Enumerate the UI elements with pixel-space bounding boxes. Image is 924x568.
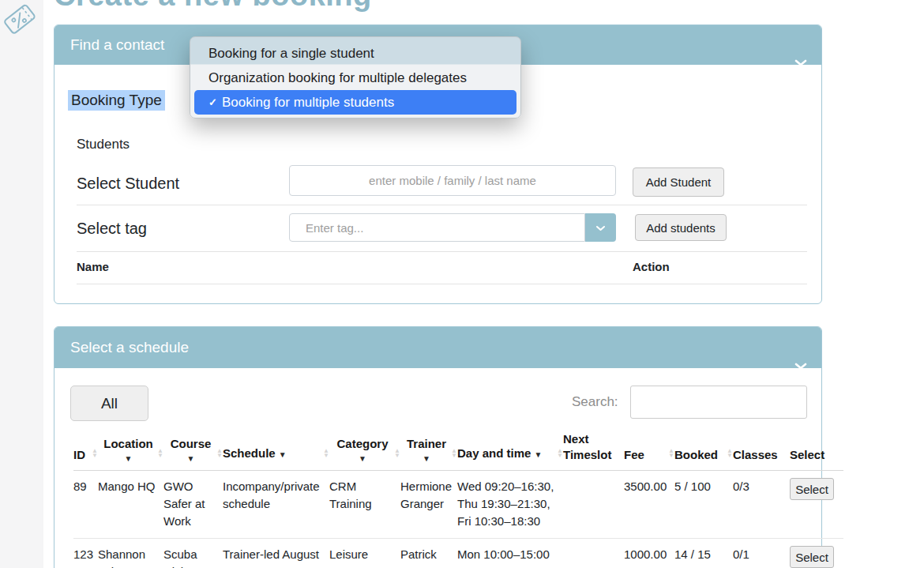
- schedule-table-header-row: ID ▲▼ Location ▼ ▲▼ Course ▼ ▲▼ Schedule…: [73, 431, 843, 471]
- find-contact-header-label: Find a contact: [70, 36, 164, 53]
- cell-classes: 0/1: [733, 539, 790, 568]
- dropdown-option-multiple-students-selected[interactable]: ✓ Booking for multiple students: [194, 90, 516, 115]
- discount-ticket-icon[interactable]: [2, 2, 42, 41]
- schedule-row: 123 Shannon Leisure Scuba Diving Trainer…: [73, 539, 843, 568]
- page-title: Create a new booking: [54, 0, 372, 13]
- col-header-course[interactable]: Course ▼ ▲▼: [163, 431, 223, 471]
- cell-booked: 5 / 100: [674, 471, 733, 539]
- sort-icon[interactable]: ▲▼: [216, 449, 223, 458]
- cell-day-and-time: Wed 09:20–16:30, Thu 19:30–21:30, Fri 10…: [457, 471, 563, 539]
- cell-next-timeslot: [563, 471, 624, 539]
- sort-icon[interactable]: ▲▼: [557, 449, 563, 458]
- col-header-schedule[interactable]: Schedule ▼ ▲▼: [223, 431, 329, 471]
- col-header-classes[interactable]: Classes: [733, 431, 790, 471]
- col-header-next-timeslot[interactable]: Next Timeslot: [563, 431, 624, 471]
- cell-day-and-time: Mon 10:00–15:00: [457, 539, 563, 568]
- sort-icon[interactable]: ▲▼: [157, 449, 163, 458]
- select-tag-label: Select tag: [77, 220, 147, 238]
- sort-icon[interactable]: ▲▼: [92, 449, 98, 458]
- filter-caret-icon[interactable]: ▼: [535, 450, 543, 459]
- all-filter-button[interactable]: All: [70, 386, 148, 421]
- schedule-table: ID ▲▼ Location ▼ ▲▼ Course ▼ ▲▼ Schedule…: [73, 431, 843, 568]
- chevron-down-icon[interactable]: [794, 344, 807, 386]
- cell-trainer: Patrick Star: [400, 539, 457, 568]
- chevron-down-icon: [595, 225, 606, 231]
- cell-id: 89: [73, 471, 98, 539]
- cell-next-timeslot: [563, 539, 624, 568]
- col-header-select: Select: [790, 431, 843, 471]
- sort-icon[interactable]: ▲▼: [394, 449, 400, 458]
- add-students-button[interactable]: Add students: [635, 214, 727, 241]
- cell-course: Scuba Diving: [163, 539, 223, 568]
- students-section-label: Students: [77, 137, 130, 152]
- cell-fee: 3500.00: [624, 471, 674, 539]
- divider: [77, 251, 807, 252]
- select-schedule-header[interactable]: Select a schedule: [54, 327, 821, 368]
- cell-fee: 1000.00: [624, 539, 674, 568]
- divider: [77, 205, 807, 205]
- cell-schedule: Incompany/private schedule: [223, 471, 329, 539]
- dropdown-option-label: Booking for multiple students: [222, 90, 394, 115]
- col-header-booked[interactable]: Booked ▲▼: [674, 431, 733, 471]
- sort-icon[interactable]: ▲▼: [451, 449, 457, 458]
- schedule-row: 89 Mango HQ GWO Safer at Work Incompany/…: [73, 471, 843, 539]
- select-schedule-header-label: Select a schedule: [70, 339, 189, 355]
- select-schedule-button[interactable]: Select: [790, 546, 834, 568]
- filter-caret-icon[interactable]: ▼: [163, 455, 218, 463]
- chevron-down-icon[interactable]: [794, 42, 807, 81]
- cell-category: Leisure: [329, 539, 400, 568]
- add-student-button[interactable]: Add Student: [633, 167, 724, 197]
- students-list-action-header: Action: [633, 260, 670, 273]
- cell-category: CRM Training: [329, 471, 400, 539]
- dropdown-option-organization[interactable]: Organization booking for multiple delega…: [190, 66, 520, 90]
- cell-schedule: Trainer-led August 2023: [223, 539, 329, 568]
- search-input[interactable]: [630, 386, 807, 419]
- left-sidebar: [0, 0, 43, 568]
- cell-trainer: Hermione Granger: [400, 471, 457, 539]
- tag-dropdown-button[interactable]: [585, 213, 616, 242]
- divider: [77, 284, 807, 284]
- col-header-id[interactable]: ID ▲▼: [73, 431, 98, 471]
- filter-caret-icon[interactable]: ▼: [400, 455, 453, 463]
- sort-icon[interactable]: ▲▼: [323, 449, 329, 458]
- booking-type-label: Booking Type: [68, 90, 165, 111]
- filter-caret-icon[interactable]: ▼: [98, 455, 159, 463]
- cell-id: 123: [73, 539, 98, 568]
- select-schedule-panel: Select a schedule All Search: ID ▲▼ Loca…: [54, 326, 822, 568]
- students-list-name-header: Name: [77, 260, 109, 273]
- col-header-fee[interactable]: Fee ▲▼: [624, 431, 674, 471]
- student-search-input[interactable]: [289, 165, 616, 196]
- tag-input[interactable]: [289, 213, 585, 242]
- search-label: Search:: [572, 394, 618, 410]
- col-header-trainer[interactable]: Trainer ▼ ▲▼: [400, 431, 457, 471]
- col-header-location[interactable]: Location ▼ ▲▼: [98, 431, 163, 471]
- filter-caret-icon[interactable]: ▼: [279, 450, 287, 459]
- sort-icon[interactable]: ▲▼: [727, 449, 733, 458]
- cell-classes: 0/3: [733, 471, 790, 539]
- select-schedule-button[interactable]: Select: [790, 478, 834, 500]
- col-header-day-and-time[interactable]: Day and time ▼ ▲▼: [457, 431, 563, 471]
- cell-course: GWO Safer at Work: [163, 471, 223, 539]
- filter-caret-icon[interactable]: ▼: [329, 455, 396, 463]
- select-student-label: Select Student: [77, 175, 179, 193]
- checkmark-icon: ✓: [208, 90, 217, 115]
- cell-booked: 14 / 15: [674, 539, 733, 568]
- sort-icon[interactable]: ▲▼: [668, 449, 674, 458]
- dropdown-option-single-student[interactable]: Booking for a single student: [190, 41, 520, 66]
- booking-type-dropdown-menu: Booking for a single student Organizatio…: [190, 36, 521, 118]
- cell-location: Shannon Leisure: [98, 539, 163, 568]
- cell-location: Mango HQ: [98, 471, 163, 539]
- col-header-category[interactable]: Category ▼ ▲▼: [329, 431, 400, 471]
